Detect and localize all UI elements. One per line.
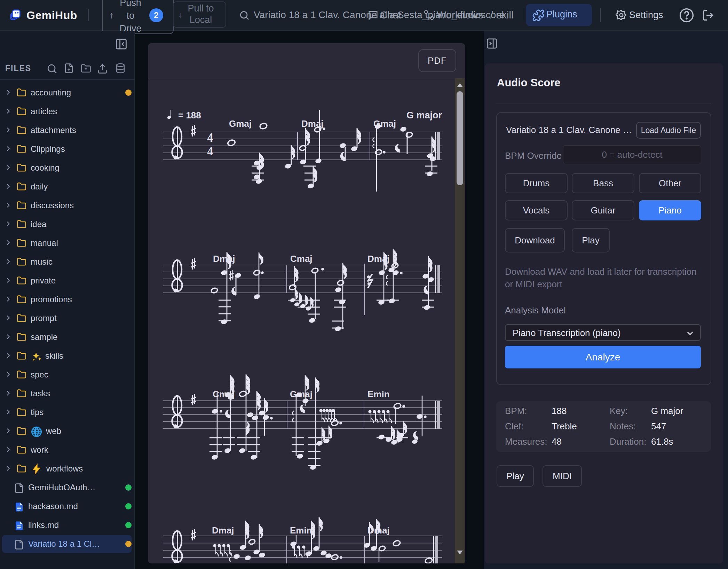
svg-text:Gmaj: Gmaj xyxy=(229,118,252,129)
svg-text:Dmaj: Dmaj xyxy=(212,525,234,536)
svg-text:Cmaj: Cmaj xyxy=(290,254,312,264)
svg-text:4: 4 xyxy=(207,131,213,145)
svg-text:Dmaj: Dmaj xyxy=(213,254,235,264)
svg-text:= 188: = 188 xyxy=(178,110,201,120)
svg-text:Emin: Emin xyxy=(367,389,390,399)
svg-text:Emin: Emin xyxy=(290,525,312,536)
svg-text:G major: G major xyxy=(406,110,442,120)
svg-text:4: 4 xyxy=(207,145,213,158)
